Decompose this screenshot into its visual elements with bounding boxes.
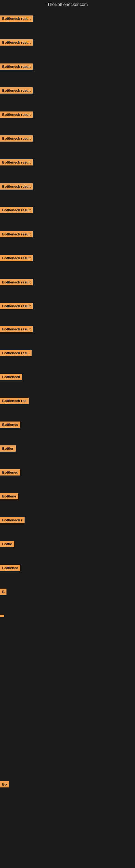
bottleneck-item: Bottlene (0, 493, 18, 500)
bottleneck-badge: Bottlenec (0, 422, 20, 428)
bottleneck-item: Bottleneck result (0, 135, 33, 143)
bottleneck-badge (0, 615, 4, 617)
bottleneck-item: Bottleneck result (0, 231, 33, 239)
bottleneck-badge: Bottleneck result (0, 255, 33, 261)
bottleneck-badge: Bottleneck result (0, 303, 33, 309)
bottleneck-item: Bottleneck result (0, 87, 33, 95)
bottleneck-item: Bottleneck r (0, 517, 25, 524)
bottleneck-badge: B (0, 589, 6, 595)
bottleneck-item: Bottleneck (0, 374, 22, 381)
bottleneck-badge: Bottleneck res (0, 398, 29, 404)
bottleneck-badge: Bottleneck result (0, 135, 33, 142)
bottleneck-item: Bottleneck result (0, 112, 33, 119)
bottleneck-item: B (0, 589, 6, 596)
bottleneck-item (0, 613, 4, 618)
bottleneck-item: Bottleneck resul (0, 350, 32, 357)
bottleneck-badge: Bo (0, 781, 9, 787)
bottleneck-badge: Bottleneck result (0, 16, 33, 22)
bottleneck-item: Bottleneck result (0, 207, 33, 214)
bottleneck-item: Bottle (0, 541, 14, 548)
bottleneck-item: Bottleneck result (0, 16, 33, 23)
bottleneck-item: Bottleneck result (0, 159, 33, 166)
bottleneck-badge: Bottleneck result (0, 39, 33, 45)
bottleneck-badge: Bottleneck result (0, 183, 33, 190)
bottleneck-badge: Bottleneck result (0, 326, 33, 332)
bottleneck-badge: Bottler (0, 445, 16, 452)
bottleneck-item: Bottleneck result (0, 255, 33, 262)
bottleneck-badge: Bottleneck result (0, 231, 33, 237)
bottleneck-badge: Bottleneck result (0, 159, 33, 165)
bottleneck-badge: Bottlenec (0, 469, 20, 475)
bottleneck-badge: Bottleneck result (0, 63, 33, 70)
bottleneck-item: Bottleneck result (0, 63, 33, 71)
bottleneck-item: Bottleneck result (0, 279, 33, 286)
bottleneck-item: Bottleneck result (0, 303, 33, 310)
bottleneck-badge: Bottleneck result (0, 279, 33, 285)
bottleneck-item: Bottler (0, 445, 16, 453)
bottleneck-badge: Bottleneck (0, 374, 22, 380)
bottleneck-badge: Bottleneck result (0, 112, 33, 118)
site-title: TheBottlenecker.com (0, 0, 135, 8)
bottleneck-item: Bottleneck result (0, 183, 33, 191)
bottleneck-badge: Bottlene (0, 493, 18, 499)
bottleneck-item: Bottleneck result (0, 326, 33, 333)
bottleneck-item: Bottlenec (0, 469, 20, 476)
bottleneck-badge: Bottleneck r (0, 517, 25, 523)
bottleneck-item: Bottleneck res (0, 398, 29, 405)
bottleneck-badge: Bottle (0, 541, 14, 547)
bottleneck-badge: Bottleneck result (0, 87, 33, 94)
bottleneck-item: Bottlenec (0, 565, 20, 572)
bottleneck-badge: Bottleneck resul (0, 350, 32, 356)
bottleneck-badge: Bottleneck result (0, 207, 33, 213)
bottleneck-item: Bottleneck result (0, 39, 33, 46)
bottleneck-item: Bottlenec (0, 422, 20, 429)
bottleneck-badge: Bottlenec (0, 565, 20, 571)
bottleneck-item: Bo (0, 781, 9, 788)
